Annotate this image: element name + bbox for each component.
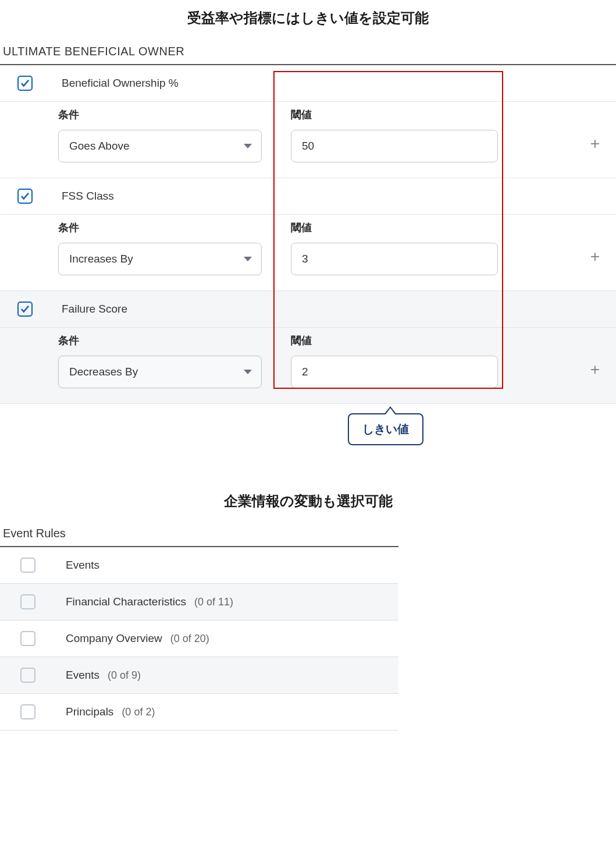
event-label-1: Financial Characteristics (66, 595, 186, 608)
event-checkbox-0[interactable] (20, 558, 35, 573)
event-label-0: Events (66, 559, 99, 572)
event-label-4: Principals (66, 705, 113, 718)
ubo-section: ULTIMATE BENEFICIAL OWNER Beneficial Own… (0, 45, 616, 445)
rule-label-2: Failure Score (62, 303, 127, 315)
event-checkbox-4[interactable] (20, 704, 35, 719)
rule-label-1: FSS Class (62, 190, 114, 203)
page-title-2: 企業情報の変動も選択可能 (0, 492, 616, 510)
rule-config-row-2: 条件 Decreases By 閾値 + (0, 328, 616, 404)
event-row-1: Financial Characteristics (0 of 11) (0, 584, 398, 620)
event-count-3: (0 of 9) (108, 669, 141, 682)
event-count-1: (0 of 11) (194, 596, 233, 608)
check-icon (20, 191, 30, 201)
condition-select-2[interactable]: Decreases By (58, 356, 262, 388)
threshold-input-1[interactable] (291, 243, 498, 275)
event-row-3: Events (0 of 9) (0, 657, 398, 694)
section-header-events: Event Rules (0, 527, 398, 546)
threshold-col: 閾値 (291, 108, 506, 162)
event-checkbox-1[interactable] (20, 594, 35, 609)
rule-checkbox-2[interactable] (17, 302, 33, 317)
condition-label: 条件 (58, 334, 273, 347)
condition-col: 条件 Decreases By (58, 334, 273, 388)
rule-config-row-1: 条件 Increases By 閾値 + (0, 215, 616, 291)
condition-value-1: Increases By (69, 253, 133, 265)
threshold-col: 閾値 (291, 221, 506, 275)
condition-select-1[interactable]: Increases By (58, 243, 262, 275)
event-row-2: Company Overview (0 of 20) (0, 620, 398, 657)
plus-icon[interactable]: + (590, 360, 600, 379)
threshold-label: 閾値 (291, 334, 506, 347)
condition-col: 条件 Increases By (58, 221, 273, 275)
plus-icon[interactable]: + (590, 247, 600, 266)
event-row-4: Principals (0 of 2) (0, 694, 398, 730)
condition-value-0: Goes Above (69, 140, 130, 153)
condition-label: 条件 (58, 108, 273, 122)
threshold-label: 閾値 (291, 221, 506, 235)
threshold-input-2[interactable] (291, 356, 498, 388)
condition-value-2: Decreases By (69, 366, 138, 378)
condition-col: 条件 Goes Above (58, 108, 273, 162)
page-title-1: 受益率や指標にはしきい値を設定可能 (0, 9, 616, 27)
rule-label-0: Beneficial Ownership % (62, 77, 179, 90)
event-label-2: Company Overview (66, 632, 162, 645)
event-checkbox-2[interactable] (20, 631, 35, 646)
section-header-ubo: ULTIMATE BENEFICIAL OWNER (0, 45, 616, 64)
event-label-3: Events (66, 669, 99, 682)
threshold-col: 閾値 (291, 334, 506, 388)
event-count-2: (0 of 20) (170, 633, 209, 645)
event-rules-section: Event Rules Events Financial Characteris… (0, 527, 398, 730)
rule-checkbox-1[interactable] (17, 189, 33, 204)
rule-checkbox-0[interactable] (17, 76, 33, 91)
condition-select-0[interactable]: Goes Above (58, 130, 262, 162)
chevron-down-icon (244, 370, 252, 374)
rule-title-row-1: FSS Class (0, 178, 616, 215)
event-row-0: Events (0, 547, 398, 584)
threshold-input-0[interactable] (291, 130, 498, 162)
rule-title-row-0: Beneficial Ownership % (0, 65, 616, 102)
rule-title-row-2: Failure Score (0, 291, 616, 328)
chevron-down-icon (244, 257, 252, 261)
condition-label: 条件 (58, 221, 273, 235)
threshold-label: 閾値 (291, 108, 506, 122)
rules-container: Beneficial Ownership % 条件 Goes Above 閾値 … (0, 65, 616, 404)
callout-threshold: しきい値 (348, 413, 423, 445)
check-icon (20, 304, 30, 314)
event-checkbox-3[interactable] (20, 668, 35, 683)
plus-icon[interactable]: + (590, 134, 600, 153)
event-count-4: (0 of 2) (122, 706, 155, 718)
rule-config-row-0: 条件 Goes Above 閾値 + (0, 102, 616, 178)
check-icon (20, 78, 30, 88)
chevron-down-icon (244, 144, 252, 148)
